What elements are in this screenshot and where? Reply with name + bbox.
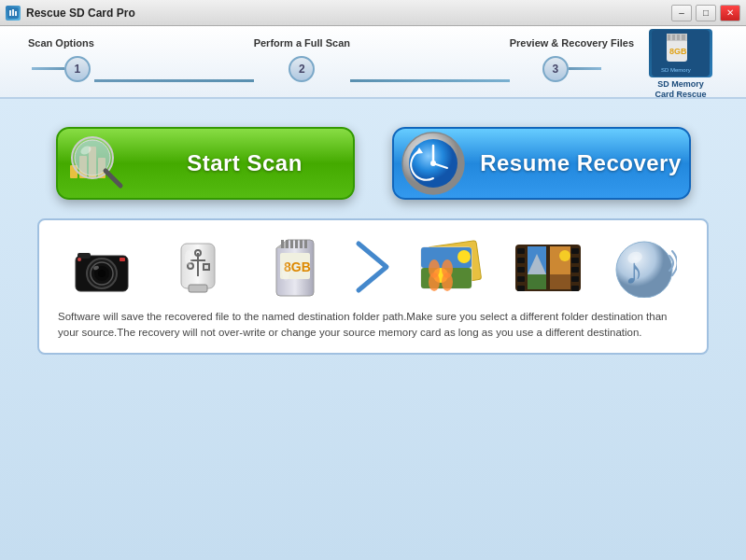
icons-row: 8GB <box>58 234 688 300</box>
progress-header: Scan Options 1 Perform a Full Scan 2 Pre… <box>0 26 746 99</box>
photo-icon <box>414 234 488 300</box>
svg-rect-70 <box>571 248 579 254</box>
logo-box: 8GB SD Memory <box>649 29 712 77</box>
svg-rect-48 <box>295 240 298 248</box>
svg-line-19 <box>106 171 120 186</box>
sd-card-icon: 8GB <box>258 234 332 300</box>
step-3: Preview & Recovery Files 3 <box>510 37 634 82</box>
logo-label: SD MemoryCard Rescue <box>655 79 706 100</box>
svg-rect-45 <box>281 240 284 248</box>
svg-rect-9 <box>677 35 680 40</box>
svg-point-80 <box>559 250 570 261</box>
svg-rect-50 <box>304 240 307 248</box>
svg-point-58 <box>457 250 471 263</box>
svg-rect-68 <box>517 276 525 282</box>
scan-icon <box>63 130 133 197</box>
svg-point-53 <box>282 262 289 281</box>
svg-rect-77 <box>528 274 546 289</box>
music-icon: ♪ <box>607 234 682 300</box>
svg-rect-66 <box>517 258 525 263</box>
svg-rect-72 <box>571 267 579 273</box>
svg-rect-67 <box>517 267 525 273</box>
resume-recovery-label: Resume Recovery <box>473 150 689 176</box>
svg-rect-34 <box>120 258 125 261</box>
svg-rect-3 <box>15 11 17 16</box>
step-2-label: Perform a Full Scan <box>254 37 350 49</box>
start-scan-button[interactable]: Start Scan <box>56 127 355 200</box>
resume-recovery-icon-area <box>394 129 473 198</box>
svg-text:8GB: 8GB <box>669 47 687 56</box>
step-1: Scan Options 1 <box>28 37 94 82</box>
step-2-circle: 2 <box>289 56 315 82</box>
camera-icon <box>64 234 139 300</box>
svg-rect-65 <box>517 248 525 254</box>
step-3-label: Preview & Recovery Files <box>510 37 634 49</box>
usb-drive-icon <box>161 234 235 300</box>
close-button[interactable]: ✕ <box>720 5 740 21</box>
svg-rect-8 <box>672 35 675 40</box>
title-bar-left: Rescue SD Card Pro <box>6 6 135 21</box>
app-title: Rescue SD Card Pro <box>26 7 135 20</box>
svg-point-43 <box>185 250 192 265</box>
bracket-arrow-icon <box>354 234 391 300</box>
main-content: Start Scan <box>0 99 746 560</box>
step-1-label: Scan Options <box>28 37 94 49</box>
svg-rect-1 <box>9 10 11 16</box>
title-bar: Rescue SD Card Pro – □ ✕ <box>0 0 746 26</box>
start-scan-icon-area <box>58 129 137 198</box>
svg-rect-64 <box>515 245 581 291</box>
svg-text:SD Memory: SD Memory <box>661 67 691 73</box>
svg-point-63 <box>442 273 453 291</box>
step-1-circle: 1 <box>64 56 91 82</box>
step-2: Perform a Full Scan 2 <box>254 37 350 82</box>
app-icon <box>6 6 21 21</box>
svg-rect-79 <box>550 274 570 289</box>
svg-point-32 <box>98 270 106 277</box>
recovery-icon <box>401 131 466 196</box>
svg-rect-42 <box>189 285 207 292</box>
svg-rect-73 <box>571 276 579 282</box>
svg-rect-46 <box>286 240 289 248</box>
svg-rect-10 <box>682 35 685 40</box>
svg-rect-47 <box>290 240 293 248</box>
svg-point-62 <box>429 273 440 291</box>
steps-wrapper: Scan Options 1 Perform a Full Scan 2 Pre… <box>28 37 634 87</box>
svg-point-26 <box>430 161 436 166</box>
resume-recovery-button[interactable]: Resume Recovery <box>392 127 691 200</box>
svg-rect-71 <box>571 258 579 263</box>
info-text: Software will save the recovered file to… <box>58 309 688 342</box>
buttons-row: Start Scan <box>37 127 709 200</box>
minimize-button[interactable]: – <box>671 5 692 21</box>
logo-area: 8GB SD Memory SD MemoryCard Rescue <box>634 24 727 100</box>
icons-section: 8GB <box>37 218 709 355</box>
svg-rect-69 <box>517 286 525 291</box>
svg-point-35 <box>77 258 81 261</box>
maximize-button[interactable]: □ <box>696 5 716 21</box>
svg-rect-74 <box>571 286 579 291</box>
start-scan-label: Start Scan <box>137 150 353 176</box>
filmstrip-icon <box>511 234 585 300</box>
svg-rect-49 <box>300 240 303 248</box>
window-controls[interactable]: – □ ✕ <box>671 5 740 21</box>
svg-rect-7 <box>668 35 670 40</box>
step-3-circle: 3 <box>542 56 569 82</box>
svg-rect-2 <box>12 9 14 16</box>
